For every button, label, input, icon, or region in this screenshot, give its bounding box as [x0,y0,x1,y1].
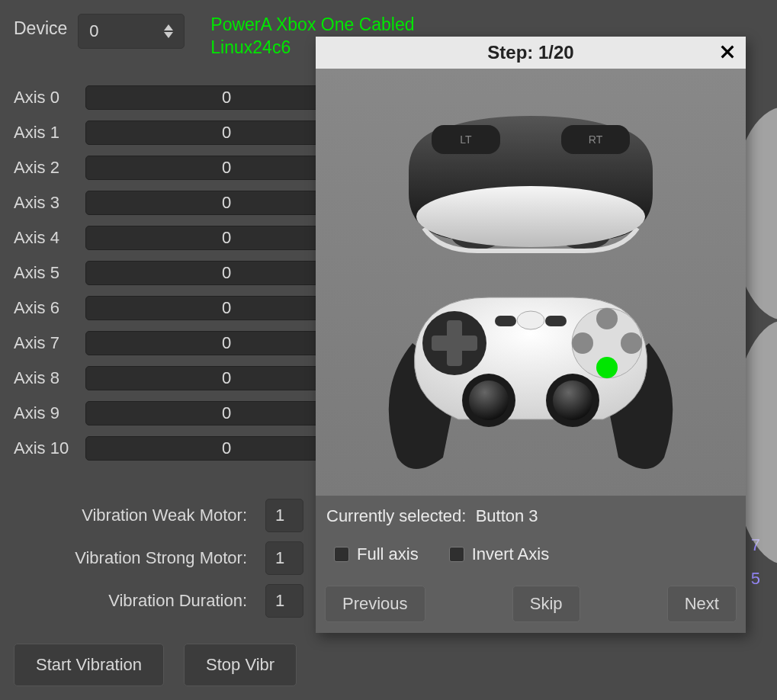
stop-vibration-button[interactable]: Stop Vibr [184,644,297,686]
vib-strong-value: 1 [275,548,284,568]
checkbox-box-icon [449,547,464,562]
controller-front-icon [374,282,687,480]
axis-label: Axis 8 [14,368,85,388]
vib-duration-input[interactable]: 1 [265,584,303,618]
svg-point-25 [553,381,592,420]
device-spinbox[interactable]: 0 [78,14,185,49]
svg-point-19 [517,311,544,329]
axis-label: Axis 0 [14,88,85,108]
axis-value: 0 [222,438,231,458]
axis-value: 0 [222,228,231,248]
full-axis-label: Full axis [357,544,419,564]
axis-label: Axis 9 [14,403,85,423]
close-icon [719,43,736,60]
vib-weak-label: Vibration Weak Motor: [14,506,265,525]
axis-value: 0 [222,368,231,388]
svg-point-18 [621,332,642,354]
vib-duration-value: 1 [275,591,284,611]
axis-label: Axis 10 [14,438,85,458]
chevron-down-icon[interactable] [164,32,173,38]
axis-label: Axis 3 [14,193,85,213]
axis-value: 0 [222,333,231,353]
axis-value: 0 [222,263,231,283]
vib-strong-input[interactable]: 1 [265,541,303,575]
previous-button[interactable]: Previous [325,586,425,622]
axis-value: 0 [222,193,231,213]
currently-selected-value: Button 3 [476,506,538,525]
vib-strong-label: Vibration Strong Motor: [14,548,265,568]
svg-text:LT: LT [460,133,472,146]
device-label: Device [14,14,67,39]
axis-value: 0 [222,123,231,143]
axis-label: Axis 7 [14,333,85,353]
svg-point-10 [416,186,645,247]
axis-label: Axis 6 [14,298,85,318]
chevron-up-icon[interactable] [164,24,173,31]
dialog-title-bar: Step: 1/20 [316,37,746,69]
controller-top-icon: LT RT [378,102,683,255]
svg-rect-20 [495,316,516,326]
svg-text:RT: RT [589,133,603,146]
axis-label: Axis 1 [14,123,85,143]
svg-rect-13 [432,336,477,351]
axis-value: 0 [222,298,231,318]
invert-axis-label: Invert Axis [472,544,549,564]
next-button[interactable]: Next [667,586,737,622]
checkbox-box-icon [334,547,349,562]
vib-weak-value: 1 [275,506,284,525]
currently-selected-label: Currently selected: [326,506,466,525]
controller-diagram: LT RT [316,69,746,496]
svg-rect-21 [545,316,567,326]
axis-label: Axis 2 [14,158,85,178]
svg-point-23 [469,381,509,420]
axis-label: Axis 5 [14,263,85,283]
mapping-dialog: Step: 1/20 LT RT [316,37,746,633]
vib-duration-label: Vibration Duration: [14,591,265,611]
start-vibration-button[interactable]: Start Vibration [14,644,164,686]
full-axis-checkbox[interactable]: Full axis [334,544,419,564]
dialog-title-text: Step: 1/20 [487,42,573,63]
skip-button[interactable]: Skip [512,586,580,622]
svg-point-15 [596,308,618,329]
axis-value: 0 [222,158,231,178]
invert-axis-checkbox[interactable]: Invert Axis [449,544,549,564]
device-value: 0 [89,21,98,41]
axis-label: Axis 4 [14,228,85,248]
svg-point-17 [572,332,593,354]
vib-weak-input[interactable]: 1 [265,499,303,532]
axis-value: 0 [222,88,231,108]
svg-point-16 [596,357,618,378]
close-button[interactable] [717,41,738,63]
axis-value: 0 [222,403,231,423]
spin-arrows[interactable] [164,24,173,38]
